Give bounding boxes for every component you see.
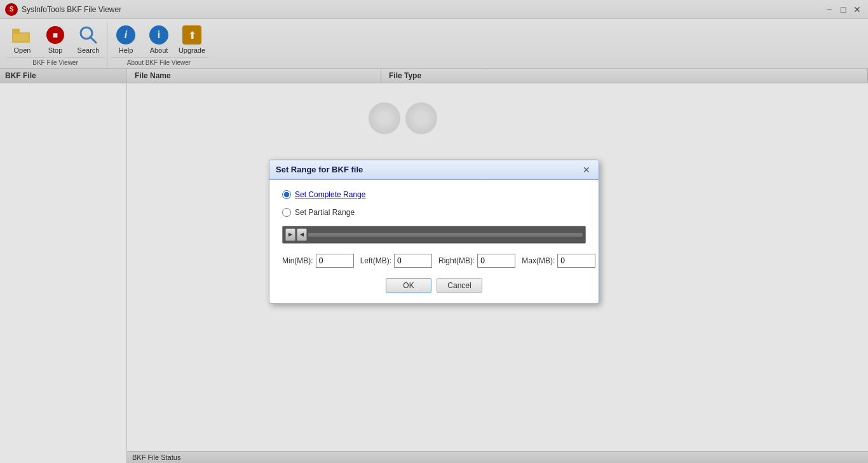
radio-complete-range[interactable]: Set Complete Range <box>282 190 586 199</box>
slider-left-btn[interactable]: ◀ <box>297 228 307 241</box>
field-max-label: Max(MB): <box>522 256 555 265</box>
slider-bar[interactable] <box>308 233 583 237</box>
field-right: Right(MB): <box>438 254 515 268</box>
field-left: Left(MB): <box>360 254 432 268</box>
field-right-input[interactable] <box>477 254 515 268</box>
field-min-label: Min(MB): <box>282 256 313 265</box>
slider-right-btn[interactable]: ▶ <box>285 228 295 241</box>
field-max: Max(MB): <box>522 254 595 268</box>
dialog-titlebar: Set Range for BKF file ✕ <box>269 160 599 180</box>
radio-complete-input[interactable] <box>282 190 291 199</box>
field-max-input[interactable] <box>557 254 595 268</box>
dialog-body: Set Complete Range Set Partial Range ▶ ◀… <box>269 180 599 303</box>
ok-button[interactable]: OK <box>386 278 431 293</box>
slider-area: ▶ ◀ <box>282 226 586 244</box>
dialog-title: Set Range for BKF file <box>276 165 363 174</box>
field-min: Min(MB): <box>282 254 354 268</box>
field-left-label: Left(MB): <box>360 256 391 265</box>
radio-partial-label: Set Partial Range <box>295 208 355 217</box>
dialog-buttons: OK Cancel <box>282 278 586 293</box>
radio-partial-input[interactable] <box>282 208 291 217</box>
slider-track: ▶ ◀ <box>282 226 586 244</box>
field-min-input[interactable] <box>316 254 354 268</box>
set-range-dialog: Set Range for BKF file ✕ Set Complete Ra… <box>269 160 599 304</box>
field-left-input[interactable] <box>394 254 432 268</box>
radio-complete-label: Set Complete Range <box>295 190 365 199</box>
dialog-overlay: Set Range for BKF file ✕ Set Complete Ra… <box>0 0 868 463</box>
fields-row: Min(MB): Left(MB): Right(MB): Max(MB): <box>282 254 586 268</box>
field-right-label: Right(MB): <box>438 256 475 265</box>
radio-partial-range[interactable]: Set Partial Range <box>282 208 586 217</box>
dialog-close-button[interactable]: ✕ <box>581 164 592 176</box>
cancel-button[interactable]: Cancel <box>437 278 482 293</box>
